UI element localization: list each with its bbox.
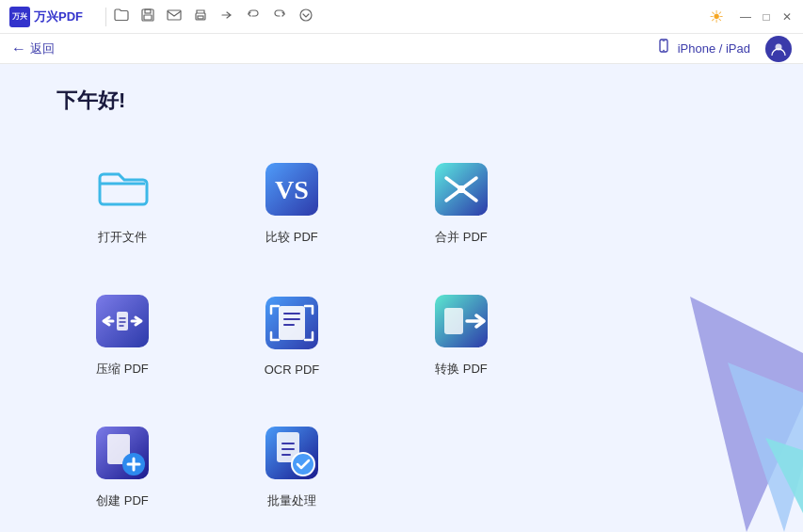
redo-icon[interactable] [272, 8, 287, 25]
compare-pdf-label: 比较 PDF [265, 229, 318, 246]
tool-compress-pdf[interactable]: 压缩 PDF [56, 273, 188, 395]
convert-pdf-label: 转换 PDF [435, 361, 488, 378]
maximize-button[interactable]: □ [760, 10, 773, 24]
merge-pdf-label: 合并 PDF [435, 229, 488, 246]
convert-pdf-icon [431, 291, 491, 351]
tools-grid: 打开文件 VS 比较 PDF [56, 141, 747, 527]
sun-icon[interactable]: ☀ [709, 7, 724, 27]
menu-dropdown-icon[interactable] [298, 8, 313, 25]
tool-ocr-pdf[interactable]: OCR PDF [226, 273, 358, 395]
open-folder-icon[interactable] [114, 8, 129, 25]
svg-rect-5 [198, 16, 203, 19]
svg-rect-18 [279, 306, 305, 340]
device-selector[interactable]: iPhone / iPad [655, 39, 750, 59]
compare-pdf-icon: VS [262, 159, 322, 219]
print-icon[interactable] [193, 8, 208, 25]
svg-point-6 [300, 9, 312, 21]
user-avatar[interactable] [765, 36, 792, 62]
titlebar: 万兴 万兴PDF [0, 0, 803, 34]
svg-text:VS: VS [275, 175, 309, 204]
svg-rect-2 [144, 15, 152, 20]
svg-rect-9 [662, 40, 665, 41]
back-arrow-icon: ← [11, 40, 26, 57]
back-button[interactable]: ← 返回 [11, 40, 55, 57]
batch-process-icon [262, 423, 322, 483]
undo-icon[interactable] [246, 8, 261, 25]
svg-rect-14 [458, 185, 465, 193]
toolbar: ← 返回 iPhone / iPad [0, 34, 803, 64]
tool-merge-pdf[interactable]: 合并 PDF [395, 141, 527, 264]
tool-batch-process[interactable]: 批量处理 [226, 405, 358, 527]
batch-process-label: 批量处理 [267, 492, 316, 509]
app-name: 万兴PDF [34, 8, 83, 25]
open-file-icon [92, 159, 153, 219]
svg-rect-1 [145, 9, 151, 13]
svg-point-26 [292, 453, 314, 476]
merge-pdf-icon [431, 159, 491, 219]
device-label: iPhone / iPad [678, 41, 750, 56]
tool-open-file[interactable]: 打开文件 [56, 141, 188, 264]
tool-create-pdf[interactable]: 创建 PDF [56, 405, 188, 527]
tool-compare-pdf[interactable]: VS 比较 PDF [226, 141, 358, 264]
open-file-label: 打开文件 [98, 229, 147, 246]
greeting-text: 下午好! [56, 87, 747, 115]
device-icon [655, 39, 672, 59]
compress-pdf-icon [92, 291, 153, 351]
main-content: 下午好! 打开文件 [0, 64, 803, 532]
forward-icon[interactable] [219, 8, 234, 25]
titlebar-divider [105, 8, 106, 26]
titlebar-icons [114, 8, 313, 25]
window-controls: — □ ✕ [739, 10, 794, 24]
create-pdf-icon [92, 423, 153, 483]
compress-pdf-label: 压缩 PDF [96, 361, 149, 378]
svg-point-8 [663, 49, 665, 51]
email-icon[interactable] [167, 8, 182, 25]
logo-box: 万兴 [9, 7, 30, 27]
svg-rect-3 [168, 10, 181, 20]
svg-rect-20 [444, 308, 463, 334]
close-button[interactable]: ✕ [780, 10, 794, 24]
svg-marker-29 [765, 438, 803, 532]
save-icon[interactable] [140, 8, 155, 25]
minimize-button[interactable]: — [739, 10, 752, 24]
create-pdf-label: 创建 PDF [96, 492, 149, 509]
tool-convert-pdf[interactable]: 转换 PDF [395, 273, 527, 395]
ocr-pdf-icon [262, 293, 322, 353]
back-label: 返回 [30, 40, 55, 57]
ocr-pdf-label: OCR PDF [265, 363, 320, 377]
svg-rect-16 [117, 312, 128, 330]
app-logo: 万兴 万兴PDF [9, 7, 83, 27]
